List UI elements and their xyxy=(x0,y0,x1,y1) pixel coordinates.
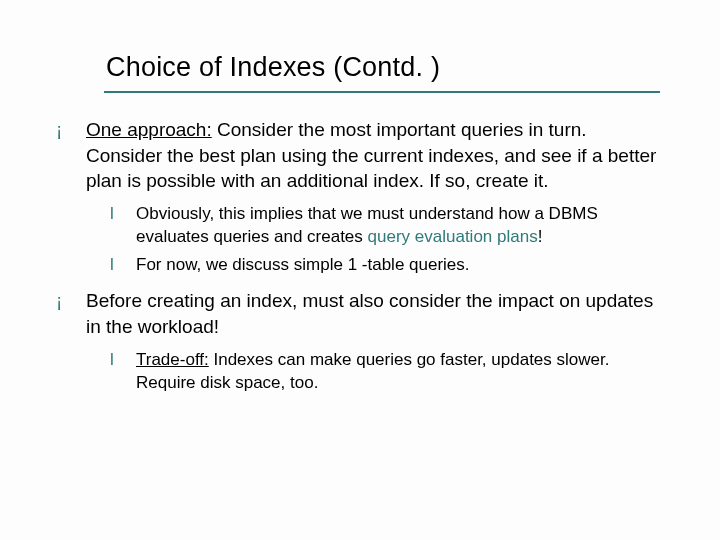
title-rule xyxy=(104,91,660,93)
bullet-text-after: ! xyxy=(538,227,543,246)
sublist: l Obviously, this implies that we must u… xyxy=(50,202,670,276)
slide: Choice of Indexes (Contd. ) ¡ One approa… xyxy=(0,0,720,446)
highlighted-term: query evaluation plans xyxy=(368,227,538,246)
bullet-text: Trade-off: Indexes can make queries go f… xyxy=(136,348,664,395)
dot-bullet-icon: l xyxy=(108,202,136,249)
bullet-level1: ¡ Before creating an index, must also co… xyxy=(50,288,670,339)
bullet-level2: l Obviously, this implies that we must u… xyxy=(108,202,670,249)
underlined-lead: Trade-off: xyxy=(136,350,209,369)
bullet-text: Obviously, this implies that we must und… xyxy=(136,202,664,249)
sublist: l Trade-off: Indexes can make queries go… xyxy=(50,348,670,395)
bullet-text: One approach: Consider the most importan… xyxy=(86,117,664,194)
underlined-lead: One approach: xyxy=(86,119,212,140)
bullet-level2: l Trade-off: Indexes can make queries go… xyxy=(108,348,670,395)
bullet-level1: ¡ One approach: Consider the most import… xyxy=(50,117,670,194)
slide-title: Choice of Indexes (Contd. ) xyxy=(106,52,670,83)
bullet-text: Before creating an index, must also cons… xyxy=(86,288,664,339)
dot-bullet-icon: l xyxy=(108,348,136,395)
bullet-text: For now, we discuss simple 1 -table quer… xyxy=(136,253,470,276)
dot-bullet-icon: l xyxy=(108,253,136,276)
bullet-level2: l For now, we discuss simple 1 -table qu… xyxy=(108,253,670,276)
ring-bullet-icon: ¡ xyxy=(50,117,86,194)
ring-bullet-icon: ¡ xyxy=(50,288,86,339)
